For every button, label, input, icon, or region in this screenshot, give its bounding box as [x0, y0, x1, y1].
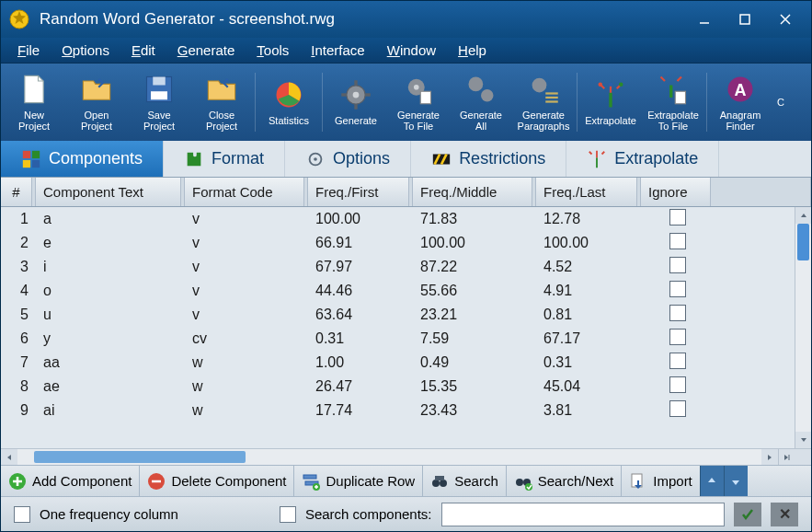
svg-point-26: [609, 83, 613, 87]
col-format-code[interactable]: Format Code: [185, 178, 304, 206]
svg-point-19: [481, 89, 494, 102]
titlebar: Random Word Generator - screenshot.rwg: [1, 1, 811, 38]
svg-point-24: [599, 83, 603, 87]
extrapolate-tab-icon: [587, 149, 607, 169]
scroll-left-icon[interactable]: [1, 449, 17, 465]
hscroll-thumb[interactable]: [34, 451, 246, 463]
anagram-finder-button[interactable]: AAnagramFinder: [709, 66, 772, 138]
data-table[interactable]: 1av100.0071.8312.782ev66.91100.00100.003…: [1, 207, 795, 448]
generate-to-file-button[interactable]: GenerateTo File: [387, 66, 450, 138]
ignore-checkbox[interactable]: [669, 305, 686, 321]
menu-edit[interactable]: Edit: [120, 40, 166, 60]
cell-middle: 23.21: [413, 306, 536, 323]
table-row[interactable]: 4ov44.4655.664.91: [1, 279, 795, 303]
scroll-right-icon[interactable]: [761, 449, 778, 465]
menu-generate[interactable]: Generate: [166, 40, 246, 60]
table-row[interactable]: 3iv67.9787.224.52: [1, 255, 795, 279]
scroll-down-icon[interactable]: [795, 432, 811, 448]
scroll-end-right-icon[interactable]: [778, 449, 795, 465]
menu-interface[interactable]: Interface: [300, 40, 375, 60]
gear-paragraph-icon: [527, 73, 560, 106]
ignore-checkbox[interactable]: [669, 400, 686, 417]
add-component-button[interactable]: Add Component: [1, 466, 140, 496]
ignore-checkbox[interactable]: [669, 209, 686, 226]
action-bar: Add Component Delete Component Duplicate…: [1, 465, 811, 496]
ignore-checkbox[interactable]: [669, 257, 686, 273]
table-row[interactable]: 8aew26.4715.3545.04: [1, 375, 795, 399]
ignore-checkbox[interactable]: [669, 281, 686, 297]
cell-ignore: [641, 329, 715, 349]
col-ignore[interactable]: Ignore: [641, 178, 711, 206]
menu-help[interactable]: Help: [447, 40, 497, 60]
one-frequency-checkbox[interactable]: [14, 506, 30, 523]
ignore-checkbox[interactable]: [669, 353, 686, 369]
binoculars-next-icon: [514, 472, 532, 491]
svg-point-18: [469, 77, 484, 92]
ignore-checkbox[interactable]: [669, 233, 686, 249]
tab-options[interactable]: Options: [285, 141, 411, 177]
table-row[interactable]: 9aiw17.7423.433.81: [1, 399, 795, 422]
tab-format[interactable]: Format: [164, 141, 285, 177]
col-freq-last[interactable]: Freq./Last: [536, 178, 637, 206]
scroll-thumb[interactable]: [797, 224, 809, 260]
cell-text: i: [36, 259, 185, 275]
svg-text:A: A: [735, 81, 747, 99]
row-number: 1: [1, 211, 36, 227]
move-up-button[interactable]: [700, 466, 724, 496]
search-next-button[interactable]: Search/Next: [507, 466, 623, 496]
generate-paragraphs-button[interactable]: GenerateParagraphs: [512, 66, 575, 138]
extrapolate-button[interactable]: Extrapolate: [579, 66, 642, 138]
search-clear-button[interactable]: ✕: [771, 503, 798, 526]
generate-button[interactable]: Generate: [325, 66, 387, 138]
cell-ignore: [641, 353, 715, 373]
toolbar-overflow[interactable]: C: [772, 66, 790, 138]
cell-middle: 100.00: [413, 235, 536, 251]
menu-window[interactable]: Window: [376, 40, 447, 60]
vertical-scrollbar[interactable]: [795, 207, 811, 448]
col-number[interactable]: #: [1, 178, 32, 206]
col-freq-first[interactable]: Freq./First: [308, 178, 409, 206]
scroll-up-icon[interactable]: [795, 207, 811, 224]
new-project-button[interactable]: NewProject: [3, 66, 65, 138]
menu-options[interactable]: Options: [51, 40, 120, 60]
maximize-button[interactable]: [725, 6, 765, 32]
cell-text: aa: [36, 354, 185, 371]
window-title: Random Word Generator - screenshot.rwg: [40, 10, 684, 29]
cell-first: 1.00: [308, 354, 413, 371]
table-row[interactable]: 6ycv0.317.5967.17: [1, 327, 795, 351]
import-button[interactable]: Import: [622, 466, 700, 496]
app-icon: [8, 8, 30, 30]
close-project-button[interactable]: CloseProject: [190, 66, 253, 138]
menu-file[interactable]: File: [6, 40, 51, 60]
tab-restrictions[interactable]: Restrictions: [411, 141, 566, 177]
delete-component-button[interactable]: Delete Component: [140, 466, 294, 496]
col-freq-middle[interactable]: Freq./Middle: [413, 178, 532, 206]
move-down-button[interactable]: [724, 466, 748, 496]
table-row[interactable]: 1av100.0071.8312.78: [1, 207, 795, 231]
duplicate-row-button[interactable]: Duplicate Row: [294, 466, 423, 496]
tab-components[interactable]: Components: [1, 141, 164, 177]
ignore-checkbox[interactable]: [669, 376, 686, 393]
tab-extrapolate[interactable]: Extrapolate: [566, 141, 719, 177]
search-input[interactable]: [441, 503, 726, 526]
table-row[interactable]: 5uv63.6423.210.81: [1, 303, 795, 327]
ignore-checkbox[interactable]: [669, 329, 686, 345]
menu-tools[interactable]: Tools: [246, 40, 300, 60]
svg-point-20: [532, 78, 547, 93]
table-row[interactable]: 7aaw1.000.490.31: [1, 351, 795, 375]
close-button[interactable]: [765, 6, 806, 32]
search-confirm-button[interactable]: [734, 503, 761, 526]
cell-ignore: [641, 257, 715, 277]
table-row[interactable]: 2ev66.91100.00100.00: [1, 231, 795, 255]
statistics-button[interactable]: Statistics: [257, 66, 320, 138]
col-component-text[interactable]: Component Text: [36, 178, 181, 206]
extrapolate-to-file-button[interactable]: ExtrapolateTo File: [642, 66, 704, 138]
horizontal-scrollbar[interactable]: [1, 448, 811, 465]
save-project-button[interactable]: SaveProject: [128, 66, 190, 138]
search-components-checkbox[interactable]: [280, 506, 296, 523]
minimize-button[interactable]: [684, 6, 725, 32]
cell-middle: 7.59: [413, 330, 536, 347]
generate-all-button[interactable]: GenerateAll: [450, 66, 512, 138]
open-project-button[interactable]: OpenProject: [65, 66, 128, 138]
search-button[interactable]: Search: [423, 466, 507, 496]
